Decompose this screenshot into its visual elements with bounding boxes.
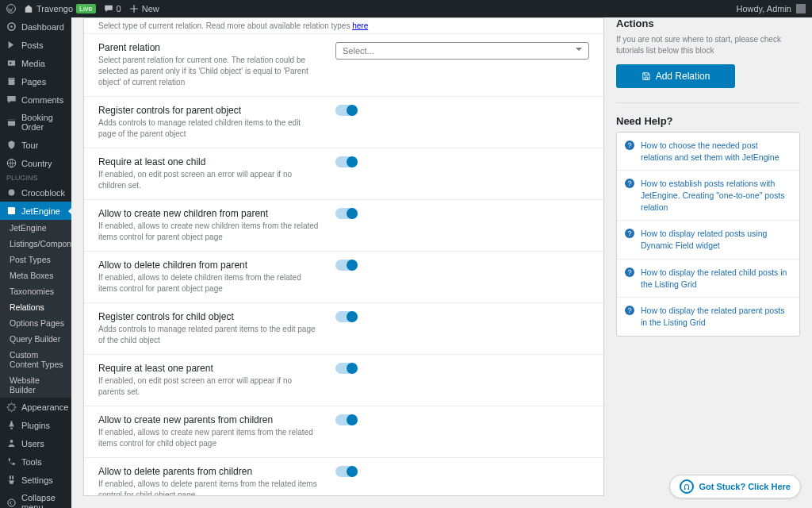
help-link[interactable]: How to display the related child posts i… [641,267,791,290]
toggle-require-at-least-one-parent[interactable] [335,363,358,374]
setting-desc: Adds controls to manage related parent i… [98,324,320,346]
help-title: Need Help? [616,115,800,127]
svg-point-15 [8,498,15,506]
actions-sub: If you are not sure where to start, plea… [616,34,800,56]
headset-icon [680,479,694,494]
question-icon: ? [625,267,634,277]
submenu-jetengine[interactable]: JetEngine [0,220,71,236]
toggle-allow-to-create-new-children-from-parent[interactable] [335,208,358,219]
svg-rect-11 [8,207,15,214]
help-link[interactable]: How to establish posts relations with Je… [641,178,791,213]
svg-rect-6 [10,79,13,79]
avatar [796,4,806,13]
parent-relation-select[interactable]: Select... [335,42,589,60]
add-relation-button[interactable]: Add Relation [616,64,735,88]
setting-desc: If enabled, allows to create new childre… [98,221,320,243]
menu-crocoblock[interactable]: Crocoblock [0,183,71,202]
plugins-header: PLUGINS [0,172,71,183]
actions-box: Actions If you are not sure where to sta… [616,17,800,88]
save-icon [642,71,651,81]
submenu-relations[interactable]: Relations [0,299,71,315]
site-name[interactable]: TravengoLive [24,4,96,13]
submenu-custom-content-types[interactable]: Custom Content Types [0,347,71,372]
setting-row: Allow to create new parents from childre… [84,406,603,458]
setting-row: Require at least one childIf enabled, on… [84,148,603,200]
setting-title: Parent relation [98,42,320,53]
svg-point-2 [10,25,13,28]
setting-row: Allow to delete parents from childrenIf … [84,458,603,496]
menu-tour[interactable]: Tour [0,136,71,154]
svg-point-4 [10,62,12,64]
help-item: ?How to establish posts relations with J… [617,171,799,221]
live-badge: Live [76,4,96,13]
setting-title: Register controls for parent object [98,105,320,116]
setting-row: Parent relationSelect parent relation fo… [84,34,603,97]
menu-users[interactable]: Users [0,434,71,452]
admin-bar: TravengoLive 0 New Howdy, Admin [0,0,812,17]
help-box: Need Help? ?How to choose the needed pos… [616,115,800,337]
setting-desc: Adds controls to manage related children… [98,117,320,140]
submenu-post-types[interactable]: Post Types [0,252,71,267]
submenu-options-pages[interactable]: Options Pages [0,315,71,331]
help-item: ?How to display the related parent posts… [617,298,799,335]
setting-title: Allow to create new parents from childre… [98,414,320,425]
submenu-website-builder[interactable]: Website Builder [0,372,71,398]
menu-dashboard[interactable]: Dashboard [0,17,71,36]
toggle-allow-to-create-new-parents-from-children[interactable] [335,414,358,425]
question-icon: ? [625,306,634,315]
svg-rect-13 [10,475,11,479]
setting-row: Require at least one parentIf enabled, o… [84,355,603,406]
help-link[interactable]: How to display related posts using Dynam… [641,228,791,251]
menu-jetengine[interactable]: JetEngine [0,202,71,220]
menu-plugins[interactable]: Plugins [0,416,71,434]
wp-logo[interactable] [6,4,16,13]
menu-tools[interactable]: Tools [0,452,71,471]
submenu-query-builder[interactable]: Query Builder [0,331,71,347]
menu-settings[interactable]: Settings [0,471,71,489]
help-item: ?How to display related posts using Dyna… [617,221,799,259]
here-link[interactable]: here [352,21,368,30]
admin-sidebar: DashboardPostsMediaPagesCommentsBooking … [0,17,71,508]
help-link[interactable]: How to display the related parent posts … [641,305,791,328]
submenu-taxonomies[interactable]: Taxonomies [0,283,71,299]
question-icon: ? [625,140,634,150]
settings-panel: Select type of current relation. Read mo… [83,17,604,496]
menu-booking-order[interactable]: Booking Order [0,109,71,136]
submenu-meta-boxes[interactable]: Meta Boxes [0,267,71,283]
setting-title: Require at least one child [98,156,320,167]
toggle-allow-to-delete-children-from-parent[interactable] [335,260,358,271]
menu-collapse-menu[interactable]: Collapse menu [0,489,71,508]
setting-title: Allow to delete parents from children [98,466,320,477]
setting-title: Allow to create new children from parent [98,208,320,219]
submenu-listings-components[interactable]: Listings/Components [0,236,71,252]
setting-row: Allow to create new children from parent… [84,200,603,252]
toggle-register-controls-for-child-object[interactable] [335,311,358,322]
comments-link[interactable]: 0 [104,4,121,13]
menu-country[interactable]: Country [0,154,71,172]
svg-point-12 [10,440,13,443]
setting-row: Allow to delete children from parentIf e… [84,252,603,303]
toggle-register-controls-for-parent-object[interactable] [335,105,358,116]
menu-pages[interactable]: Pages [0,72,71,90]
menu-appearance[interactable]: Appearance [0,398,71,416]
toggle-allow-to-delete-parents-from-children[interactable] [335,466,358,477]
menu-posts[interactable]: Posts [0,36,71,54]
setting-desc: If enabled, on edit post screen an error… [98,375,320,398]
user-menu[interactable]: Howdy, Admin [737,4,806,13]
help-item: ?How to display the related child posts … [617,260,799,298]
svg-point-10 [9,190,15,196]
question-icon: ? [625,179,634,188]
toggle-require-at-least-one-child[interactable] [335,156,358,167]
setting-desc: If enabled, allows to create new parent … [98,427,320,449]
setting-title: Require at least one parent [98,363,320,374]
svg-rect-14 [12,475,13,479]
relation-type-desc: Select type of current relation. Read mo… [98,21,368,30]
setting-desc: Select parent relation for current one. … [98,55,320,88]
menu-media[interactable]: Media [0,54,71,72]
got-stuck-button[interactable]: Got Stuck? Click Here [669,475,801,498]
setting-desc: If enabled, allows to delete children it… [98,272,320,294]
help-link[interactable]: How to choose the needed post relations … [641,140,791,163]
menu-comments[interactable]: Comments [0,90,71,109]
new-link[interactable]: New [129,4,159,13]
setting-row: Register controls for child objectAdds c… [84,303,603,355]
